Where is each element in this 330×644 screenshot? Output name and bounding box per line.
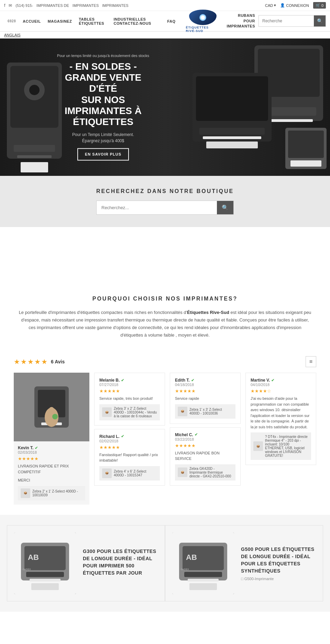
review-4-date: 03/22/2018 xyxy=(175,437,235,441)
review-4-stars: ★★★★★ xyxy=(175,443,235,448)
why-text-part1: Le portefeuille d'imprimantes d'étiquett… xyxy=(19,310,187,315)
reviewer-5-name: Martine V. ✔ xyxy=(251,378,311,383)
svg-point-25 xyxy=(52,414,58,419)
reviewer-3-name: Edith T. ✔ xyxy=(175,378,235,383)
product-item-1[interactable]: AB GoDEX G300 POUR LES ÉTIQUETTES DE LON… xyxy=(7,525,165,601)
reviewer-2-name-text: Richard L. xyxy=(99,434,120,439)
review-1-product-text: Zebra 3' x 2' Z-Select 4000D - 10010044c… xyxy=(114,407,157,418)
product-2-title: G500 POUR LES ÉTIQUETTES DE LONGUE DURÉE… xyxy=(241,546,316,575)
review-5-product: 📦 ? DT4x - Imprimante directe thermique … xyxy=(251,432,311,460)
language-bar: ANGLAIS xyxy=(0,32,330,38)
svg-text:GoDEX: GoDEX xyxy=(181,568,189,570)
nav-search-input[interactable] xyxy=(259,15,314,26)
review-main-card: Kevin T. ✔ 02/03/2018 ★★★★★ LIVRAISON RA… xyxy=(14,373,89,505)
currency-selector[interactable]: CAD ▾ xyxy=(265,3,276,8)
reviews-menu-icon[interactable]: ≡ xyxy=(306,356,316,367)
hero-title-line3: SUR NOS xyxy=(55,94,151,105)
hero-cta-button[interactable]: EN SAVOIR PLUS xyxy=(77,148,129,161)
review-main-subtext: MERCI xyxy=(18,477,85,483)
logo-eye-graphic xyxy=(189,10,217,25)
review-5-product-text: ? DT4x - Imprimante directe thermique 4'… xyxy=(265,435,308,457)
products-section: AB GoDEX G300 POUR LES ÉTIQUETTES DE LON… xyxy=(0,515,330,612)
review-card-4: Michel C. ✔ 03/22/2018 ★★★★★ LIVRAISON R… xyxy=(170,427,241,486)
cart-icon[interactable]: 🛒 0 xyxy=(313,2,326,9)
reviewer-3-verified: ✔ xyxy=(191,378,194,383)
nav-right: RUBANS POUR IMPRIMANTES 🔍 xyxy=(227,13,326,29)
language-selector[interactable]: ANGLAIS xyxy=(4,33,21,37)
why-section: POURQUOI CHOISIR NOS IMPRIMANTES? Le por… xyxy=(0,282,330,349)
reviewer-5-name-text: Martine V. xyxy=(251,378,270,383)
product-2-info: G500 POUR LES ÉTIQUETTES DE LONGUE DURÉE… xyxy=(241,546,316,581)
reviewer-3-name-text: Edith T. xyxy=(175,378,190,383)
email-icon[interactable]: ✉ xyxy=(9,3,12,8)
hero-title-line5: ÉTIQUETTES xyxy=(55,116,151,127)
product-1-info: G300 POUR LES ÉTIQUETTES DE LONGUE DURÉE… xyxy=(83,548,158,579)
reviewer-1-name-text: Melanie B. xyxy=(99,378,120,383)
reviewer-5-verified: ✔ xyxy=(271,378,274,383)
review-2-product-icon: 📦 xyxy=(102,468,112,478)
reviewer-2-name: Richard L. ✔ xyxy=(99,434,160,439)
nav-search-button[interactable]: 🔍 xyxy=(314,15,326,26)
review-2-product-text: Zebra 4' x 6' Z-Select 4000D - 10015347 xyxy=(114,470,157,477)
review-2-text: Fanstastique! Rapport qualité / prix imb… xyxy=(99,452,160,463)
rubans-pour-label: RUBANS POUR xyxy=(227,13,255,24)
review-3-date: 04/18/2018 xyxy=(175,383,235,387)
review-main-image xyxy=(14,373,89,441)
nav-ribbons[interactable]: RUBANS POUR IMPRIMANTES xyxy=(227,13,255,29)
rubans-imprimantes-label: IMPRIMANTES xyxy=(227,24,255,29)
svg-text:GoDEX: GoDEX xyxy=(23,568,31,570)
review-main-text: LIVRAISON RAPIDE ET PRIX COMPÉTITIF xyxy=(18,463,85,475)
nav-accueil[interactable]: ACCUEIL xyxy=(19,16,44,26)
review-main-product-text: Zebra 2' x 1' Z-Select 4000D - 10010039 xyxy=(32,489,82,497)
reviewer-4-verified: ✔ xyxy=(195,432,198,437)
svg-rect-4 xyxy=(21,162,48,172)
review-3-product: 📦 Zebra 1' x 3' Z-Select 4000D - 1001003… xyxy=(175,404,235,419)
product-1-image: AB GoDEX xyxy=(14,532,76,594)
nav-faq[interactable]: FAQ xyxy=(164,16,179,26)
reviews-section: ★★★★★ 6 Avis ≡ Kevin T xyxy=(0,349,330,515)
svg-rect-3 xyxy=(17,155,52,158)
product-2-svg: AB GoDEX xyxy=(172,532,234,594)
review-4-product: 📦 Zebra GK420D - Imprimante thermique di… xyxy=(175,464,235,481)
review-3-product-icon: 📦 xyxy=(178,407,187,416)
search-section: RECHERCHEZ DANS NOTRE BOUTIQUE 🔍 xyxy=(0,176,330,227)
nav-magasinez[interactable]: MAGASINEZ xyxy=(44,16,76,26)
logo-text: ÉTIQUETTES RIVE-SUD xyxy=(186,26,220,33)
svg-point-6 xyxy=(29,85,40,95)
search-section-input[interactable] xyxy=(97,201,217,214)
nav-industrielles[interactable]: INDUSTRIELLES CONTACTEZ-NOUS xyxy=(110,14,164,28)
nav-imprimantes-3[interactable]: IMPRIMANTES xyxy=(102,3,128,8)
nav-imprimantes-1[interactable]: IMPRIMANTES DE xyxy=(36,3,69,8)
nav-imprimantes-2[interactable]: IMPRIMANTES xyxy=(73,3,99,8)
login-link[interactable]: 👤 CONNEXION xyxy=(280,3,309,8)
reviewer-4-name-text: Michel C. xyxy=(175,432,193,437)
facebook-icon[interactable]: f xyxy=(4,3,5,8)
svg-rect-31 xyxy=(31,583,59,590)
review-5-date: 04/10/2018 xyxy=(251,383,311,387)
currency-label: CAD xyxy=(265,3,273,8)
nav-tables-etiquettes[interactable]: TABLES ÉTIQUETTES xyxy=(75,14,110,28)
review-1-text: Service rapide, très bon produit! xyxy=(99,396,160,402)
reviewer-1-name: Melanie B. ✔ xyxy=(99,378,160,383)
hero-savings: Épargnez jusqu'à 400$ xyxy=(55,139,151,144)
search-section-button[interactable]: 🔍 xyxy=(217,201,233,214)
hero-title-line4: IMPRIMANTES À xyxy=(55,105,151,116)
top-bar-left: f ✉ (514) 915- IMPRIMANTES DE IMPRIMANTE… xyxy=(4,3,129,8)
login-label: CONNEXION xyxy=(286,3,309,8)
overall-stars: ★★★★★ xyxy=(14,358,48,366)
product-item-2[interactable]: AB GoDEX G500 POUR LES ÉTIQUETTES DE LON… xyxy=(165,525,323,601)
review-4-product-text: Zebra GK420D - Imprimante thermique dire… xyxy=(189,467,233,478)
search-section-box: 🔍 xyxy=(96,201,234,215)
hero-printers-right xyxy=(179,38,330,176)
review-1-date: 07/27/2018 xyxy=(99,383,160,387)
review-main-content: Kevin T. ✔ 02/03/2018 ★★★★★ LIVRAISON RA… xyxy=(14,441,89,505)
review-main-product: 📦 Zebra 2' x 1' Z-Select 4000D - 1001003… xyxy=(18,486,85,500)
hero-banner: Pour un temps limité ou jusqu'à écouleme… xyxy=(0,38,330,176)
svg-rect-15 xyxy=(206,142,258,148)
hero-promo-top: Pour un temps limité ou jusqu'à écouleme… xyxy=(55,54,151,58)
svg-text:AB: AB xyxy=(28,553,39,562)
review-2-stars: ★★★★★ xyxy=(99,445,160,450)
search-section-title: RECHERCHEZ DANS NOTRE BOUTIQUE xyxy=(7,188,323,194)
product-2-image: AB GoDEX xyxy=(172,532,234,594)
reviewer-main-name-text: Kevin T. xyxy=(18,445,33,450)
